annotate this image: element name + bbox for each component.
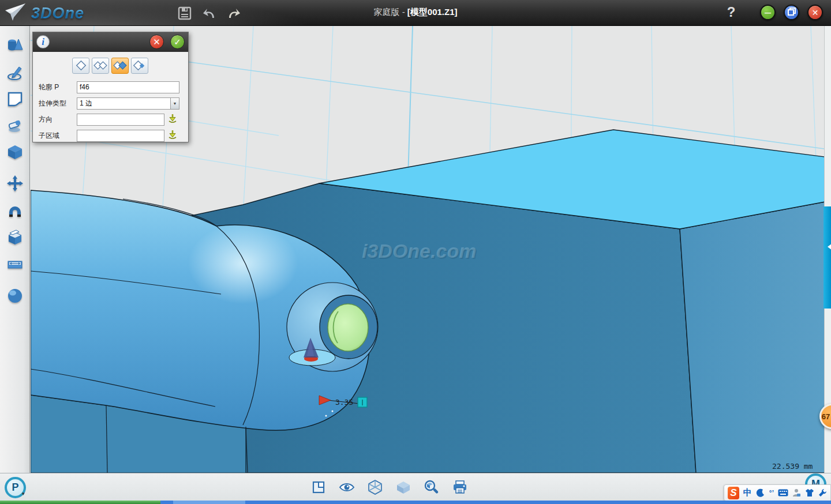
ime-toolbar: S 中 °’ — [724, 484, 831, 501]
close-icon: ✕ — [812, 8, 819, 17]
sidebar-item-primitive-solids[interactable] — [6, 36, 24, 55]
skin-shirt-icon[interactable] — [805, 488, 814, 497]
eraser-icon — [6, 117, 24, 134]
moon-icon[interactable] — [756, 488, 765, 498]
sidebar — [0, 26, 30, 473]
sidebar-item-sketch[interactable] — [6, 63, 24, 81]
chevron-left-icon — [824, 243, 831, 250]
check-icon: ✓ — [174, 37, 181, 47]
magnifier-icon — [424, 480, 439, 495]
dialog-header: i ✕ ✓ — [33, 32, 188, 52]
direction-label: 方向 — [39, 115, 77, 125]
surface-icon — [6, 91, 24, 108]
profile-input[interactable] — [77, 81, 179, 93]
close-icon: ✕ — [153, 37, 160, 47]
help-button[interactable]: ? — [723, 3, 740, 21]
ruler-icon — [6, 255, 24, 273]
intersect-diamond-icon — [133, 60, 147, 72]
ime-logo-icon[interactable]: S — [728, 487, 739, 499]
sphere-icon — [6, 287, 24, 304]
print-button[interactable] — [452, 479, 468, 495]
info-icon[interactable]: i — [36, 35, 50, 48]
shaded-cube-icon — [396, 480, 411, 494]
sidebar-item-render[interactable] — [6, 287, 24, 305]
wireframe-display-button[interactable] — [367, 479, 383, 495]
minimize-button[interactable]: — — [760, 5, 776, 20]
watermark: i3DOne.com i3DOne.com — [362, 240, 477, 263]
direction-input[interactable] — [77, 114, 164, 126]
extrude-dialog: i ✕ ✓ 轮廓 P 拉伸类型 1 边 ▼ 方向 — [32, 32, 189, 142]
dialog-cancel-button[interactable]: ✕ — [149, 35, 164, 49]
zoom-button[interactable] — [424, 479, 440, 495]
sidebar-item-measure[interactable] — [6, 255, 24, 273]
sidebar-item-surface[interactable] — [6, 90, 24, 108]
pick-arrow-icon[interactable] — [168, 130, 177, 141]
sidebar-item-feature[interactable] — [6, 143, 24, 161]
scale-readout: 22.539 mm — [772, 462, 813, 471]
minus-icon: — — [765, 9, 771, 16]
sidebar-item-snap[interactable] — [6, 201, 24, 220]
sidebar-item-special-modify[interactable] — [6, 228, 24, 246]
move-arrows-icon — [6, 175, 24, 192]
sidebar-item-sketch-edit[interactable] — [6, 116, 24, 135]
magnet-icon — [6, 202, 24, 219]
plane-view-button[interactable] — [310, 479, 327, 495]
mode-extrude-cut[interactable] — [111, 58, 129, 74]
dimension-value: 3.35 — [335, 398, 353, 407]
eye-icon — [339, 482, 355, 493]
diamond-icon — [74, 60, 87, 72]
ime-language-toggle[interactable]: 中 — [743, 487, 752, 498]
dialog-ok-button[interactable]: ✓ — [170, 35, 185, 49]
visibility-button[interactable] — [339, 479, 355, 495]
printer-icon — [452, 480, 467, 494]
svg-text:i3DOne.com: i3DOne.com — [362, 240, 476, 262]
sketch-icon — [6, 63, 24, 81]
view-toolbar: ▼ — [0, 473, 831, 501]
close-button[interactable]: ✕ — [807, 5, 823, 20]
primitive-solids-icon — [6, 37, 24, 54]
sidebar-item-move[interactable] — [6, 174, 24, 193]
mode-extrude-add[interactable] — [92, 58, 109, 74]
extrude-type-dropdown[interactable]: 1 边 ▼ — [77, 97, 179, 110]
mode-extrude-base[interactable] — [72, 58, 89, 74]
titlebar: 3DOne 家庭版 - [模型001.Z1] ? — ✕ — [0, 0, 831, 26]
extrude-type-label: 拉伸类型 — [39, 99, 77, 108]
maximize-button[interactable] — [784, 5, 799, 20]
cut-diamond-icon — [113, 60, 127, 72]
shaded-display-button[interactable] — [395, 479, 411, 495]
mode-extrude-intersect[interactable] — [131, 58, 148, 74]
restore-icon — [788, 7, 796, 17]
window-title: 家庭版 - [模型001.Z1] — [0, 7, 831, 18]
p-menu-caret[interactable]: ▾ — [22, 491, 25, 497]
keyboard-icon[interactable] — [778, 489, 788, 497]
profile-label: 轮廓 P — [39, 82, 77, 92]
pick-arrow-icon[interactable] — [168, 114, 177, 125]
cube-icon — [6, 144, 24, 161]
extrude-mode-buttons — [72, 58, 148, 74]
open-box-icon — [6, 228, 24, 246]
plane-view-icon — [312, 480, 325, 494]
subregion-label: 子区域 — [39, 131, 77, 141]
start-button-strip[interactable] — [0, 501, 160, 504]
wireframe-cube-icon — [368, 480, 382, 495]
slab-front-right-face — [680, 202, 824, 473]
user-icon[interactable] — [792, 488, 801, 497]
chevron-down-icon[interactable]: ▼ — [170, 98, 179, 109]
double-diamond-icon — [93, 60, 107, 72]
wrench-icon[interactable] — [818, 488, 827, 497]
subregion-input[interactable] — [77, 130, 164, 142]
taskbar-app-strip[interactable] — [173, 501, 245, 504]
punctuation-toggle[interactable]: °’ — [769, 489, 774, 497]
panel-flyout-tab[interactable] — [823, 206, 831, 309]
